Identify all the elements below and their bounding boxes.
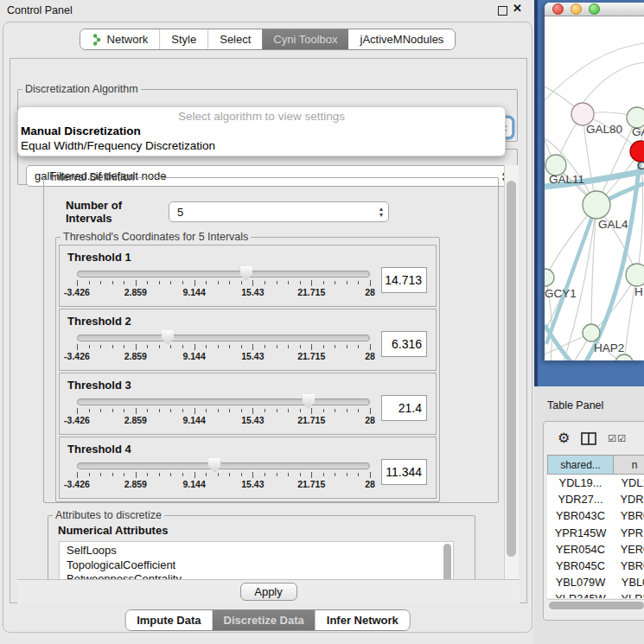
slider-tick-labels: -3.4262.8599.14415.4321.71528 — [77, 351, 370, 361]
table-rows: YDL19...YDL1YDR27...YDR2YBR043CYBR0YPR14… — [547, 475, 644, 598]
tab-jactivemnodules[interactable]: jActiveMNodules — [349, 29, 456, 49]
tab-style[interactable]: Style — [159, 29, 207, 49]
attribute-list-item[interactable]: BetweennessCentrality — [67, 572, 453, 579]
table-row[interactable]: YBR045CYBR0 — [547, 558, 644, 574]
dropdown-placeholder-item[interactable]: Select algorithm to view settings — [18, 107, 505, 124]
numerical-attributes-list[interactable]: SelfLoopsTopologicalCoefficientBetweenne… — [59, 541, 454, 579]
slider-ticks — [77, 472, 370, 478]
table-row[interactable]: YLR345WYLR3 — [547, 590, 644, 598]
table-row[interactable]: YER054CYER0 — [547, 541, 644, 558]
slider-thumb[interactable] — [239, 266, 252, 281]
scrollbar-thumb[interactable] — [507, 181, 516, 557]
tab-network[interactable]: Network — [80, 29, 160, 49]
network-edge[interactable] — [545, 43, 644, 100]
table-row[interactable]: YDL19...YDL1 — [547, 475, 644, 491]
split-columns-icon[interactable] — [581, 432, 596, 445]
dropdown-item[interactable]: Manual Discretization — [18, 124, 505, 138]
table-cell[interactable]: YBL0 — [614, 574, 644, 590]
table-row[interactable]: YPR145WYPR1 — [547, 525, 644, 541]
tab-discretize-data[interactable]: Discretize Data — [213, 610, 316, 630]
dropdown-item[interactable]: Equal Width/Frequency Discretization — [18, 138, 505, 153]
table-cell[interactable]: YDR2 — [614, 491, 644, 507]
slider-thumb[interactable] — [162, 330, 175, 345]
threshold-slider[interactable]: -3.4262.8599.14415.4321.71528 — [77, 459, 370, 490]
apply-button[interactable]: Apply — [240, 583, 297, 601]
attribute-list-item[interactable]: SelfLoops — [67, 544, 453, 558]
threshold-value-field[interactable]: 21.4 — [381, 395, 427, 421]
tick-label: 2.859 — [124, 287, 147, 297]
select-columns-icons[interactable]: ☑☑ — [608, 433, 627, 444]
tick-label: 2.859 — [124, 479, 147, 489]
attribute-list-item[interactable]: TopologicalCoefficient — [67, 558, 453, 573]
threshold-value-field[interactable]: 6.316 — [381, 331, 427, 357]
slider-thumb[interactable] — [302, 394, 315, 409]
threshold-slider[interactable]: -3.4262.8599.14415.4321.71528 — [77, 395, 370, 426]
slider-tick-labels: -3.4262.8599.14415.4321.71528 — [77, 287, 370, 297]
slider-track[interactable] — [77, 399, 370, 405]
table-cell[interactable]: YER054C — [547, 541, 614, 558]
table-cell[interactable]: YER0 — [614, 541, 644, 558]
table-cell[interactable]: YDR27... — [547, 491, 614, 507]
scrollbar-thumb[interactable] — [549, 602, 644, 609]
tab-label: Impute Data — [137, 614, 201, 627]
table-cell[interactable]: YDL19... — [547, 475, 614, 491]
attributes-list-scrollbar[interactable] — [443, 544, 451, 579]
gear-icon[interactable]: ⚙ — [558, 431, 570, 445]
network-edge[interactable] — [583, 62, 644, 103]
table-cell[interactable]: YPR145W — [547, 525, 614, 541]
network-view-window: GAL80GACGAL11GAL4GCY1HHAP2 — [545, 3, 644, 360]
window-title: Control Panel — [7, 4, 73, 16]
network-node-hap2[interactable] — [583, 324, 600, 341]
column-header[interactable]: n — [614, 455, 644, 475]
slider-ticks — [77, 280, 370, 286]
tick-label: 15.43 — [241, 415, 264, 425]
slider-track[interactable] — [77, 462, 370, 469]
table-cell[interactable]: YLR3 — [614, 590, 644, 598]
minimize-traffic-light-icon[interactable] — [571, 3, 582, 15]
table-cell[interactable]: YDL1 — [614, 475, 644, 491]
interval-definition-title: Interval Definition — [48, 171, 137, 183]
network-node-h[interactable] — [626, 264, 644, 286]
slider-track[interactable] — [77, 271, 370, 277]
table-cell[interactable]: YLR345W — [547, 590, 614, 598]
table-row[interactable]: YBL079WYBL0 — [547, 574, 644, 590]
tab-cyni-toolbox[interactable]: Cyni Toolbox — [262, 29, 348, 49]
tab-select[interactable]: Select — [207, 29, 262, 49]
network-node-gal4[interactable] — [583, 191, 610, 219]
tick-label: 9.144 — [182, 351, 205, 361]
number-of-intervals-spinner[interactable]: 5 ▲▼ — [169, 201, 389, 222]
discretization-algorithm-title: Discretization Algorithm — [22, 83, 141, 95]
close-traffic-light-icon[interactable] — [552, 3, 564, 15]
threshold-slider[interactable]: -3.4262.8599.14415.4321.71528 — [77, 267, 370, 298]
tick-label: -3.426 — [64, 351, 90, 361]
close-window-icon[interactable]: ✕ — [513, 2, 522, 15]
table-cell[interactable]: YBR0 — [614, 507, 644, 524]
table-cell[interactable]: YBR0 — [614, 558, 644, 574]
network-node[interactable] — [615, 354, 633, 360]
table-cell[interactable]: YPR1 — [614, 525, 644, 541]
network-graph-canvas[interactable]: GAL80GACGAL11GAL4GCY1HHAP2 — [545, 17, 644, 360]
table-horizontal-scrollbar[interactable] — [547, 599, 644, 611]
table-row[interactable]: YBR043CYBR0 — [547, 507, 644, 524]
threshold-label: Threshold 4 — [60, 437, 436, 456]
table-cell[interactable]: YBR045C — [547, 558, 614, 574]
threshold-slider[interactable]: -3.4262.8599.14415.4321.71528 — [77, 331, 370, 362]
float-window-icon[interactable] — [498, 6, 507, 16]
tab-label: Select — [220, 33, 251, 46]
zoom-traffic-light-icon[interactable] — [589, 3, 600, 15]
table-cell[interactable]: YBR043C — [547, 507, 614, 524]
tab-infer-network[interactable]: Infer Network — [316, 610, 410, 630]
tab-impute-data[interactable]: Impute Data — [125, 610, 212, 630]
slider-track[interactable] — [77, 335, 370, 341]
attributes-group: Attributes to discretize Numerical Attri… — [48, 509, 475, 579]
slider-thumb[interactable] — [208, 458, 221, 473]
threshold-label: Threshold 3 — [60, 373, 436, 392]
table-row[interactable]: YDR27...YDR2 — [547, 491, 644, 507]
table-cell[interactable]: YBL079W — [547, 574, 614, 590]
column-header[interactable]: shared... — [547, 455, 614, 475]
network-node-gcy1[interactable] — [545, 269, 554, 286]
settings-vertical-scrollbar[interactable] — [504, 165, 519, 579]
tab-label: Cyni Toolbox — [273, 33, 337, 46]
threshold-value-field[interactable]: 14.713 — [381, 267, 427, 293]
threshold-value-field[interactable]: 11.344 — [381, 459, 427, 485]
